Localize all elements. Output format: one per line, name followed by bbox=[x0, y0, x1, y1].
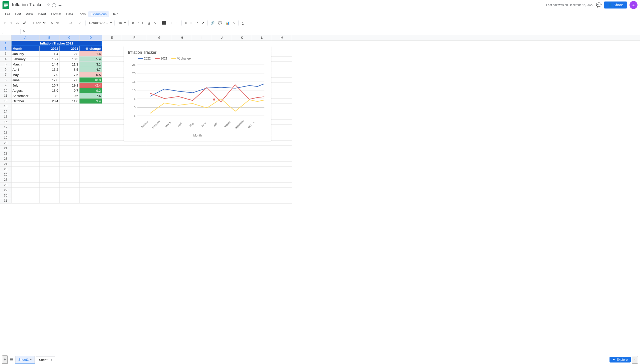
cell-b9[interactable]: 16.7 bbox=[40, 83, 60, 88]
cell-a12[interactable]: October bbox=[12, 98, 40, 104]
cell-c31[interactable] bbox=[60, 198, 80, 204]
row-num-6[interactable]: 6 bbox=[0, 67, 12, 72]
cell-m[interactable] bbox=[272, 114, 292, 120]
cell-g[interactable] bbox=[147, 172, 172, 177]
cell-m[interactable] bbox=[272, 125, 292, 130]
row-num-21[interactable]: 21 bbox=[0, 146, 12, 151]
cell-i[interactable] bbox=[192, 162, 212, 167]
row-num-23[interactable]: 23 bbox=[0, 156, 12, 162]
underline-button[interactable]: U bbox=[146, 20, 152, 26]
align-button[interactable]: ≡ bbox=[183, 20, 188, 26]
cell-m[interactable] bbox=[272, 62, 292, 67]
cell-a13[interactable] bbox=[12, 104, 40, 109]
valign-button[interactable]: ↕ bbox=[189, 20, 194, 26]
increase-decimal-button[interactable]: .00 bbox=[68, 20, 75, 26]
col-header-f[interactable]: F bbox=[122, 35, 147, 40]
cell-m[interactable] bbox=[272, 51, 292, 56]
rotate-button[interactable]: ↗ bbox=[200, 20, 206, 26]
cell-a23[interactable] bbox=[12, 156, 40, 162]
cell-d15[interactable] bbox=[80, 114, 102, 120]
cell-d24[interactable] bbox=[80, 162, 102, 167]
cell-a8[interactable]: June bbox=[12, 78, 40, 83]
row-num-16[interactable]: 16 bbox=[0, 120, 12, 125]
menu-file[interactable]: File bbox=[2, 11, 13, 17]
col-header-d[interactable]: D bbox=[80, 35, 102, 40]
cell-b5[interactable]: 14.4 bbox=[40, 62, 60, 67]
row-num-19[interactable]: 19 bbox=[0, 135, 12, 140]
cell-m[interactable] bbox=[272, 93, 292, 98]
cell-a16[interactable] bbox=[12, 120, 40, 125]
cell-d9[interactable]: -2.4 bbox=[80, 83, 102, 88]
cell-g[interactable] bbox=[147, 151, 172, 156]
cell-j[interactable] bbox=[212, 162, 232, 167]
cell-e[interactable] bbox=[102, 67, 122, 72]
cell-e[interactable] bbox=[102, 56, 122, 62]
cell-m[interactable] bbox=[272, 146, 292, 151]
cell-f1[interactable] bbox=[122, 41, 147, 46]
sheet1-close-icon[interactable]: ▾ bbox=[30, 358, 32, 361]
row-num-20[interactable]: 20 bbox=[0, 140, 12, 146]
cell-i[interactable] bbox=[192, 140, 212, 146]
cell-e[interactable] bbox=[102, 193, 122, 198]
row-num-28[interactable]: 28 bbox=[0, 182, 12, 188]
formula-input[interactable]: Inflation Tracker 2022 bbox=[28, 30, 638, 33]
row-num-8[interactable]: 8 bbox=[0, 78, 12, 83]
cell-e[interactable] bbox=[102, 182, 122, 188]
chart-button[interactable]: 📊 bbox=[224, 20, 231, 26]
cell-a21[interactable] bbox=[12, 146, 40, 151]
cell-b24[interactable] bbox=[40, 162, 60, 167]
cell-b12[interactable]: 20.4 bbox=[40, 98, 60, 104]
cell-i[interactable] bbox=[192, 146, 212, 151]
zoom-select[interactable]: 100% bbox=[31, 20, 46, 26]
star-icon[interactable]: ☆ bbox=[47, 2, 50, 7]
cell-g[interactable] bbox=[147, 182, 172, 188]
cell-m[interactable] bbox=[272, 67, 292, 72]
cell-b31[interactable] bbox=[40, 198, 60, 204]
cell-d16[interactable] bbox=[80, 120, 102, 125]
cell-b28[interactable] bbox=[40, 182, 60, 188]
cell-e[interactable] bbox=[102, 140, 122, 146]
row-num-11[interactable]: 11 bbox=[0, 93, 12, 98]
cell-m[interactable] bbox=[272, 156, 292, 162]
col-header-j[interactable]: J bbox=[212, 35, 232, 40]
cell-m[interactable] bbox=[272, 162, 292, 167]
col-header-k[interactable]: K bbox=[232, 35, 252, 40]
cell-c26[interactable] bbox=[60, 172, 80, 177]
cell-d4[interactable]: 5.4 bbox=[80, 56, 102, 62]
cell-g[interactable] bbox=[147, 198, 172, 204]
cell-e[interactable] bbox=[102, 198, 122, 204]
cell-e[interactable] bbox=[102, 130, 122, 135]
cell-c10[interactable]: 9.7 bbox=[60, 88, 80, 93]
cell-l[interactable] bbox=[252, 193, 272, 198]
col-header-b[interactable]: B bbox=[40, 35, 60, 40]
menu-edit[interactable]: Edit bbox=[13, 11, 23, 17]
cell-l[interactable] bbox=[252, 188, 272, 193]
cell-e[interactable] bbox=[102, 151, 122, 156]
cell-i[interactable] bbox=[192, 198, 212, 204]
col-header-e[interactable]: E bbox=[102, 35, 122, 40]
cell-b23[interactable] bbox=[40, 156, 60, 162]
cell-c25[interactable] bbox=[60, 167, 80, 172]
cell-d27[interactable] bbox=[80, 177, 102, 182]
cell-j[interactable] bbox=[212, 198, 232, 204]
cell-d5[interactable]: 3.1 bbox=[80, 62, 102, 67]
cell-c30[interactable] bbox=[60, 193, 80, 198]
cell-g[interactable] bbox=[147, 140, 172, 146]
cell-i[interactable] bbox=[192, 188, 212, 193]
cell-b17[interactable] bbox=[40, 125, 60, 130]
cell-d23[interactable] bbox=[80, 156, 102, 162]
cell-m[interactable] bbox=[272, 109, 292, 114]
cell-c11[interactable]: 10.6 bbox=[60, 93, 80, 98]
cell-f[interactable] bbox=[122, 188, 147, 193]
cell-e[interactable] bbox=[102, 88, 122, 93]
cell-g[interactable] bbox=[147, 146, 172, 151]
wrap-button[interactable]: ↩ bbox=[194, 20, 200, 26]
cell-j[interactable] bbox=[212, 193, 232, 198]
cell-c8[interactable]: 7.8 bbox=[60, 78, 80, 83]
cell-j[interactable] bbox=[212, 182, 232, 188]
cell-b20[interactable] bbox=[40, 140, 60, 146]
cell-b26[interactable] bbox=[40, 172, 60, 177]
comments-icon[interactable]: 💬 bbox=[596, 2, 602, 8]
row-num-22[interactable]: 22 bbox=[0, 151, 12, 156]
row-num-1[interactable]: 1 bbox=[0, 41, 12, 46]
